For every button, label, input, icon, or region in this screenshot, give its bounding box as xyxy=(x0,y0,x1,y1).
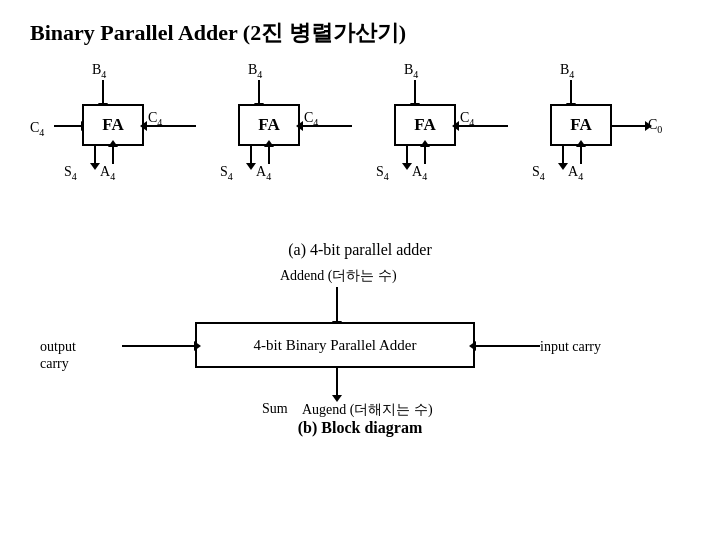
addend-label: Addend (더하는 수) xyxy=(280,267,397,285)
adder-box: 4-bit Binary Parallel Adder xyxy=(195,322,475,368)
s4-label-1: S4 xyxy=(64,164,77,182)
s4-arrow-3 xyxy=(406,146,408,164)
part-b-caption: (b) Block diagram xyxy=(30,419,690,437)
s4-label-2: S4 xyxy=(220,164,233,182)
a4-label-1: A4 xyxy=(100,164,115,182)
page: Binary Parallel Adder (2진 병렬가산기) B4 C4 F… xyxy=(0,0,720,540)
sum-arrow xyxy=(336,368,338,396)
b4-arrow-4 xyxy=(570,80,572,104)
a4-label-2: A4 xyxy=(256,164,271,182)
c0-label: C0 xyxy=(648,117,662,135)
c4-left-label: C4 xyxy=(30,120,44,138)
s4-arrow-4 xyxy=(562,146,564,164)
sum-label: Sum xyxy=(262,401,288,417)
carry-arrow-34 xyxy=(458,125,508,127)
output-carry-label: outputcarry xyxy=(40,339,76,373)
c4-left-arrow xyxy=(54,125,82,127)
page-title: Binary Parallel Adder (2진 병렬가산기) xyxy=(30,18,690,48)
a4-arrow-2 xyxy=(268,146,270,164)
s4-arrow-1 xyxy=(94,146,96,164)
a4-label-4: A4 xyxy=(568,164,583,182)
c0-arrow xyxy=(612,125,646,127)
b4-label-4: B4 xyxy=(560,62,574,80)
b4-arrow-2 xyxy=(258,80,260,104)
input-carry-label: input carry xyxy=(540,339,601,355)
s4-arrow-2 xyxy=(250,146,252,164)
carry-arrow-12 xyxy=(146,125,196,127)
a4-arrow-1 xyxy=(112,146,114,164)
part-a-diagram: B4 C4 FA S4 A4 C4 B4 FA S4 A4 C4 B4 xyxy=(30,62,690,237)
b4-label-1: B4 xyxy=(92,62,106,80)
a4-arrow-4 xyxy=(580,146,582,164)
part-a-caption: (a) 4-bit parallel adder xyxy=(30,241,690,259)
a4-label-3: A4 xyxy=(412,164,427,182)
b4-label-3: B4 xyxy=(404,62,418,80)
part-b-diagram: Addend (더하는 수) 4-bit Binary Parallel Add… xyxy=(40,267,680,417)
output-carry-arrow xyxy=(122,345,195,347)
s4-label-3: S4 xyxy=(376,164,389,182)
s4-label-4: S4 xyxy=(532,164,545,182)
a4-arrow-3 xyxy=(424,146,426,164)
b4-arrow-3 xyxy=(414,80,416,104)
carry-arrow-23 xyxy=(302,125,352,127)
input-carry-arrow xyxy=(475,345,540,347)
augend-label: Augend (더해지는 수) xyxy=(302,401,433,419)
addend-arrow xyxy=(336,287,338,322)
b4-arrow-1 xyxy=(102,80,104,104)
b4-label-2: B4 xyxy=(248,62,262,80)
